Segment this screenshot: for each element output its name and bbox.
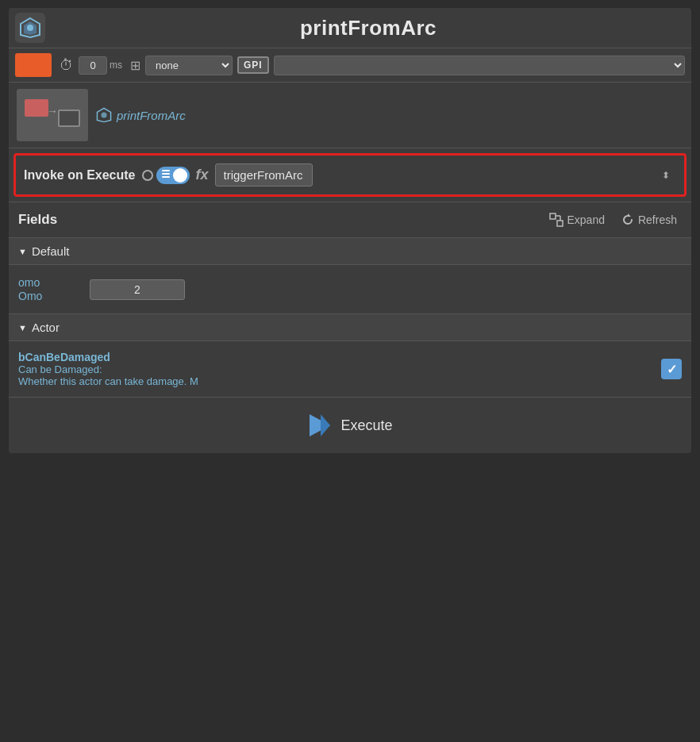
preview-name-row: printFromArc	[96, 107, 186, 123]
refresh-label: Refresh	[638, 213, 677, 226]
fields-actions: Expand Refresh	[544, 210, 682, 229]
execute-icon-wrapper	[307, 412, 334, 439]
ms-label: ms	[110, 60, 122, 71]
omo-label-group: omo Omo	[18, 276, 82, 302]
refresh-button[interactable]: Refresh	[616, 210, 682, 229]
preview-name: printFromArc	[117, 109, 186, 122]
preview-row: → printFromArc	[9, 83, 691, 148]
title-bar: printFromArc	[9, 8, 691, 48]
ms-input[interactable]	[79, 56, 107, 75]
none-select[interactable]: none	[145, 56, 233, 75]
thumb-box-right	[58, 110, 80, 127]
page-title: printFromArc	[52, 16, 685, 40]
toggle-group	[142, 167, 190, 184]
trigger-select[interactable]: triggerFromArc	[215, 163, 313, 186]
svg-rect-5	[550, 213, 556, 219]
app-logo-icon	[15, 13, 45, 43]
toggle-knob	[173, 168, 187, 183]
actor-group-content: bCanBeDamaged Can be Damaged: Whether th…	[9, 341, 691, 398]
fx-label: fx	[196, 167, 209, 183]
fields-title: Fields	[18, 212, 57, 228]
svg-marker-11	[321, 414, 330, 436]
execute-section: Execute	[9, 398, 691, 453]
toggle-lines	[162, 170, 170, 178]
main-panel: printFromArc ⏱ ms ⊞ none GPI →	[9, 8, 691, 453]
actor-field-desc2: Whether this actor can take damage. M	[18, 375, 653, 387]
thumb-box-left	[25, 99, 48, 117]
execute-label: Execute	[340, 417, 392, 434]
execute-button[interactable]: Execute	[307, 412, 392, 439]
toggle-dot-icon	[142, 170, 153, 181]
fields-header: Fields Expand Refresh	[9, 202, 691, 238]
actor-group-arrow-icon: ▼	[18, 323, 27, 333]
gpi-badge: GPI	[237, 56, 269, 74]
fields-section: Fields Expand Refresh	[9, 202, 691, 398]
refresh-icon	[621, 213, 635, 227]
invoke-label: Invoke on Execute	[24, 168, 136, 183]
preview-thumbnail: →	[17, 89, 88, 141]
default-group-label: Default	[32, 244, 70, 258]
ms-input-group: ms	[79, 56, 122, 75]
expand-icon	[549, 213, 563, 227]
svg-rect-6	[557, 221, 563, 226]
svg-marker-9	[628, 213, 631, 217]
expand-button[interactable]: Expand	[544, 210, 609, 229]
clock-icon: ⏱	[60, 57, 74, 74]
thumb-arrow-icon: →	[47, 105, 58, 117]
invoke-row: Invoke on Execute fx triggerFromArc	[13, 153, 687, 197]
can-be-damaged-checkbox[interactable]	[661, 359, 682, 379]
default-group-arrow-icon: ▼	[18, 247, 27, 256]
default-group-header[interactable]: ▼ Default	[9, 238, 691, 265]
omo-field-row: omo Omo	[18, 273, 682, 306]
execute-icon	[308, 413, 333, 438]
svg-point-4	[101, 112, 106, 117]
actor-field-desc: Can be Damaged:	[18, 363, 653, 375]
omo-field-name: omo	[18, 276, 82, 289]
color-swatch[interactable]	[15, 53, 52, 77]
preview-logo-icon	[96, 107, 112, 123]
actor-group-label: Actor	[32, 321, 60, 334]
actor-field-name: bCanBeDamaged	[18, 351, 653, 363]
svg-point-2	[27, 25, 33, 31]
actor-group-header[interactable]: ▼ Actor	[9, 314, 691, 341]
actor-field-row: bCanBeDamaged Can be Damaged: Whether th…	[18, 351, 682, 387]
toolbar-row: ⏱ ms ⊞ none GPI	[9, 48, 691, 83]
expand-label: Expand	[567, 213, 604, 226]
grid-icon: ⊞	[130, 58, 140, 73]
omo-field-input[interactable]	[90, 279, 185, 300]
toolbar-select[interactable]	[274, 56, 685, 75]
trigger-select-wrapper: triggerFromArc	[215, 163, 676, 186]
actor-info: bCanBeDamaged Can be Damaged: Whether th…	[18, 351, 653, 387]
omo-field-subname: Omo	[18, 290, 82, 302]
toggle-switch[interactable]	[156, 167, 190, 184]
default-group-content: omo Omo	[9, 265, 691, 314]
